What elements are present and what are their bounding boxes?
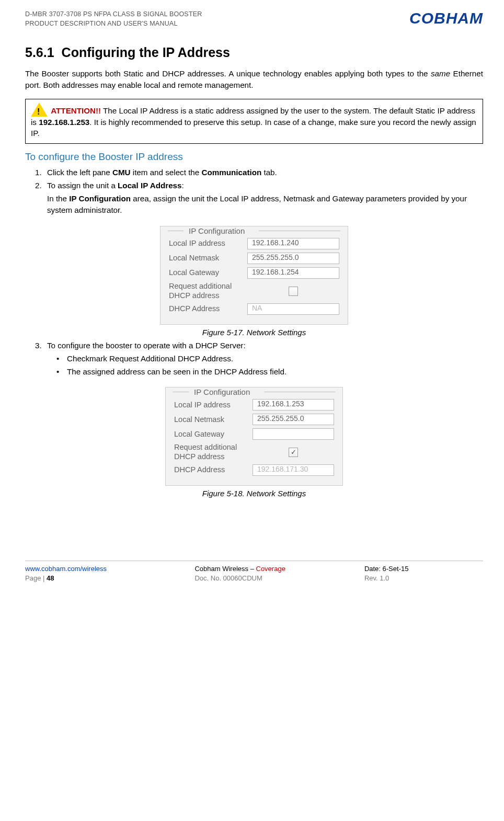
local-ip-field-2[interactable]: 192.168.1.253 — [253, 399, 334, 410]
warning-icon — [31, 102, 48, 117]
footer-rev: Rev. 1.0 — [364, 574, 483, 582]
local-ip-label: Local IP address — [169, 239, 247, 248]
step-1: Click the left pane CMU item and select … — [44, 167, 483, 179]
procedure-list-cont: To configure the booster to operate with… — [25, 340, 483, 352]
footer-url[interactable]: www.cobham.com/wireless — [25, 565, 107, 573]
dhcp-address-label-2: DHCP Address — [174, 465, 253, 474]
figure-1: IP Configuration Local IP address 192.16… — [25, 226, 483, 337]
step-3: To configure the booster to operate with… — [44, 340, 483, 352]
local-gateway-label: Local Gateway — [169, 268, 247, 277]
step-2: To assign the unit a Local IP Address: — [44, 180, 483, 192]
doc-header-line1: D-MBR 3707-3708 PS NFPA CLASS B SIGNAL B… — [25, 9, 202, 19]
local-ip-label-2: Local IP address — [174, 401, 253, 409]
dhcp-address-label: DHCP Address — [169, 304, 247, 313]
ip-config-panel-2: IP Configuration Local IP address 192.16… — [165, 387, 343, 486]
local-ip-field[interactable]: 192.168.1.240 — [247, 238, 339, 249]
request-dhcp-label: Request additional DHCP address — [169, 282, 247, 300]
step-3-bullets: Checkmark Request Additional DHCP Addres… — [25, 353, 483, 378]
figure-2-caption: Figure 5-18. Network Settings — [25, 489, 483, 498]
local-gateway-field[interactable]: 192.168.1.254 — [247, 267, 339, 279]
page-footer: www.cobham.com/wireless Cobham Wireless … — [25, 561, 483, 582]
footer-brand: Cobham Wireless — [194, 565, 248, 573]
request-dhcp-checkbox-2[interactable]: ✓ — [289, 448, 298, 457]
ip-config-legend-2: IP Configuration — [191, 387, 253, 396]
procedure-heading: To configure the Booster IP address — [25, 151, 483, 163]
attention-label: ATTENTION!! — [51, 106, 101, 115]
local-netmask-label: Local Netmask — [169, 254, 247, 263]
request-dhcp-label-2: Request additional DHCP address — [174, 443, 253, 461]
footer-date: Date: 6-Set-15 — [364, 565, 483, 573]
ip-config-legend: IP Configuration — [186, 226, 248, 235]
footer-coverage: Coverage — [256, 565, 285, 573]
dhcp-address-field-2: 192.168.171.30 — [253, 464, 334, 476]
figure-2: IP Configuration Local IP address 192.16… — [25, 387, 483, 498]
intro-paragraph: The Booster supports both Static and DHC… — [25, 68, 483, 90]
doc-header: D-MBR 3707-3708 PS NFPA CLASS B SIGNAL B… — [25, 9, 202, 28]
figure-1-caption: Figure 5-17. Network Settings — [25, 328, 483, 337]
footer-page-label: Page | — [25, 574, 47, 582]
bullet-1: Checkmark Request Additional DHCP Addres… — [56, 353, 483, 365]
ip-config-panel-1: IP Configuration Local IP address 192.16… — [160, 226, 348, 325]
bullet-2: The assigned address can be seen in the … — [56, 366, 483, 378]
local-netmask-label-2: Local Netmask — [174, 415, 253, 424]
local-gateway-field-2[interactable] — [253, 428, 334, 440]
procedure-list: Click the left pane CMU item and select … — [25, 167, 483, 192]
cobham-logo: COBHAM — [409, 9, 483, 27]
attention-callout: ATTENTION!! The Local IP Address is a st… — [25, 99, 483, 144]
dhcp-address-field: NA — [247, 303, 339, 315]
section-number: 5.6.1 — [25, 45, 54, 60]
local-netmask-field-2[interactable]: 255.255.255.0 — [253, 414, 334, 425]
local-netmask-field[interactable]: 255.255.255.0 — [247, 253, 339, 264]
footer-page-number: 48 — [47, 574, 54, 582]
footer-doc-no: Doc. No. 00060CDUM — [194, 574, 364, 582]
doc-header-line2: PRODUCT DESCRIPTION AND USER'S MANUAL — [25, 19, 202, 28]
step-2-detail: In the IP Configuration area, assign the… — [47, 193, 483, 217]
local-gateway-label-2: Local Gateway — [174, 430, 253, 439]
section-title-text: Configuring the IP Address — [62, 45, 230, 60]
section-heading: 5.6.1Configuring the IP Address — [25, 45, 483, 60]
request-dhcp-checkbox[interactable] — [289, 287, 298, 296]
